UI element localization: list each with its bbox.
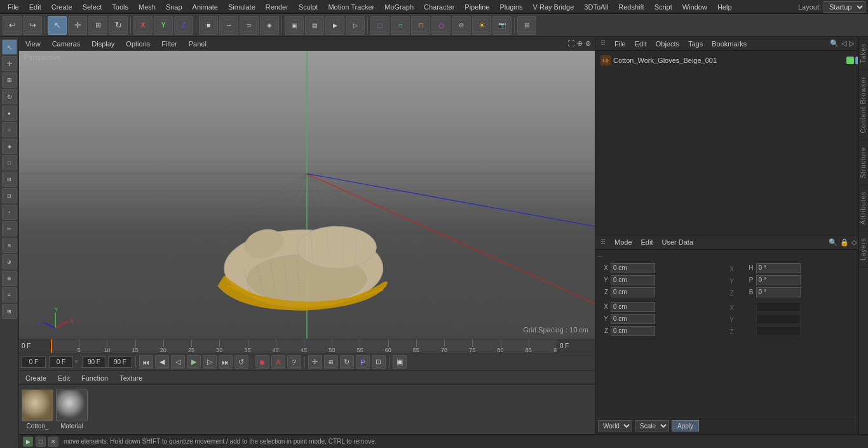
menu-animate[interactable]: Animate <box>187 2 223 12</box>
tab-attributes[interactable]: Attributes <box>858 185 868 231</box>
menu-select[interactable]: Select <box>78 2 107 12</box>
mat-menu-function[interactable]: Function <box>79 373 111 383</box>
step-back-button[interactable]: ◀ <box>155 355 169 369</box>
menu-motion-tracker[interactable]: Motion Tracker <box>323 2 379 12</box>
menu-plugins[interactable]: Plugins <box>494 2 527 12</box>
vp-menu-filter[interactable]: Filter <box>159 39 179 49</box>
play-forward-button[interactable]: ▶ <box>187 355 201 369</box>
world-select[interactable]: World <box>598 420 632 431</box>
om-visibility-editor[interactable] <box>846 57 854 64</box>
nurbs-button[interactable]: ⊃ <box>240 16 259 35</box>
left-sb-tool6[interactable]: ○ <box>2 122 17 137</box>
rotate-tr-button[interactable]: ↻ <box>340 355 354 369</box>
p-rot-input[interactable] <box>756 275 801 285</box>
grid-tr-button[interactable]: ⊡ <box>372 355 386 369</box>
left-sb-tool12[interactable]: ✂ <box>2 221 17 236</box>
attr-menu-mode[interactable]: Mode <box>612 237 635 247</box>
param-tr-button[interactable]: P <box>356 355 370 369</box>
camera-create-button[interactable]: 📷 <box>492 16 512 35</box>
timeline-ruler[interactable]: 051015202530354045505560657075808590 <box>51 339 557 353</box>
y-pos-input[interactable] <box>611 275 655 285</box>
material-swatch-cotton[interactable] <box>22 390 53 421</box>
go-to-start-button[interactable]: ⏮ <box>139 355 153 369</box>
om-menu-file[interactable]: File <box>612 39 628 49</box>
field-button[interactable]: ⊘ <box>452 16 471 35</box>
left-sb-tool14[interactable]: ⊕ <box>2 254 17 269</box>
h-rot-input[interactable] <box>756 263 801 273</box>
y-scale-input[interactable] <box>611 314 655 324</box>
end-frame-input-1[interactable] <box>82 356 106 368</box>
grid-button[interactable]: ⊞ <box>517 16 536 35</box>
left-sb-tool9[interactable]: ⊡ <box>2 172 17 187</box>
undo-button[interactable]: ↩ <box>3 16 22 35</box>
attr-nav-icon[interactable]: ◇ <box>851 238 857 247</box>
y-axis-button[interactable]: Y <box>154 16 173 35</box>
attr-menu-edit[interactable]: Edit <box>639 237 656 247</box>
z-scale-input[interactable] <box>611 326 655 336</box>
current-frame-input[interactable] <box>49 356 73 368</box>
apply-button[interactable]: Apply <box>672 420 699 431</box>
record-button[interactable]: ⏺ <box>255 355 269 369</box>
vp-menu-panel[interactable]: Panel <box>186 39 209 49</box>
left-sb-tool13[interactable]: S <box>2 238 17 253</box>
left-sb-move[interactable]: ✛ <box>2 56 17 71</box>
menu-tools[interactable]: Tools <box>107 2 133 12</box>
tab-structure[interactable]: Structure <box>858 140 868 186</box>
status-icon-2[interactable]: □ <box>36 437 46 447</box>
menu-file[interactable]: File <box>3 2 24 12</box>
status-icon-3[interactable]: ✕ <box>48 437 58 447</box>
spline-button[interactable]: ~ <box>219 16 238 35</box>
step-forward-button[interactable]: ▷ <box>203 355 217 369</box>
material-swatch-default[interactable] <box>56 390 88 421</box>
menu-3dtoall[interactable]: 3DToAll <box>579 2 613 12</box>
left-sb-scale[interactable]: ⊞ <box>2 72 17 88</box>
left-sb-tool16[interactable]: ≡ <box>2 287 17 302</box>
attr-lock-icon[interactable]: 🔒 <box>840 238 849 247</box>
tab-takes[interactable]: Takes <box>858 37 868 70</box>
loop-button[interactable]: ↺ <box>234 355 248 369</box>
spline-create-button[interactable]: ○ <box>391 16 410 35</box>
om-nav-left-icon[interactable]: ◁ <box>841 39 846 48</box>
cube-create-button[interactable]: □ <box>370 16 390 35</box>
x-axis-button[interactable]: X <box>133 16 153 35</box>
status-icon-1[interactable]: ▶ <box>23 437 33 447</box>
start-frame-input[interactable] <box>22 356 46 368</box>
material-item-default[interactable]: Material <box>56 390 88 430</box>
z-pos-input[interactable] <box>611 287 655 297</box>
auto-key-button[interactable]: A <box>271 355 285 369</box>
om-menu-edit[interactable]: Edit <box>632 39 649 49</box>
left-sb-tool5[interactable]: ● <box>2 105 17 121</box>
om-menu-objects[interactable]: Objects <box>653 39 682 49</box>
menu-help[interactable]: Help <box>712 2 737 12</box>
material-item-cotton[interactable]: Cotton_ <box>22 390 53 430</box>
rotate-tool-button[interactable]: ↻ <box>109 16 128 35</box>
menu-pipeline[interactable]: Pipeline <box>459 2 494 12</box>
render-final-button[interactable]: ▣ <box>393 355 407 369</box>
keyframe-button[interactable]: ? <box>287 355 301 369</box>
light-create-button[interactable]: ☀ <box>472 16 491 35</box>
redo-button[interactable]: ↪ <box>23 16 42 35</box>
left-sb-tool17[interactable]: ⊞ <box>2 304 17 319</box>
select-tool-button[interactable]: ↖ <box>48 16 67 35</box>
vp-icon-2[interactable]: ⊕ <box>577 39 583 48</box>
menu-render[interactable]: Render <box>261 2 294 12</box>
vp-menu-cameras[interactable]: Cameras <box>50 39 83 49</box>
mat-menu-create[interactable]: Create <box>23 373 49 383</box>
render-view-button[interactable]: ▤ <box>305 16 324 35</box>
left-sb-rotate[interactable]: ↻ <box>2 89 17 104</box>
left-sb-tool10[interactable]: ⊟ <box>2 188 17 203</box>
menu-mesh[interactable]: Mesh <box>133 2 161 12</box>
end-frame-input-2[interactable] <box>108 356 132 368</box>
b-rot-input[interactable] <box>756 287 801 297</box>
om-menu-bookmarks[interactable]: Bookmarks <box>709 39 749 49</box>
vp-menu-display[interactable]: Display <box>89 39 117 49</box>
vp-icon-1[interactable]: ⛶ <box>567 39 574 48</box>
x-pos-input[interactable] <box>611 263 655 273</box>
viewport[interactable]: View Cameras Display Options Filter Pane… <box>19 37 595 339</box>
menu-edit[interactable]: Edit <box>24 2 46 12</box>
mat-menu-edit[interactable]: Edit <box>55 373 72 383</box>
menu-redshift[interactable]: Redshift <box>613 2 649 12</box>
render-pv-button[interactable]: ▷ <box>346 16 365 35</box>
om-menu-tags[interactable]: Tags <box>686 39 705 49</box>
nurbs-create-button[interactable]: ⊓ <box>411 16 430 35</box>
